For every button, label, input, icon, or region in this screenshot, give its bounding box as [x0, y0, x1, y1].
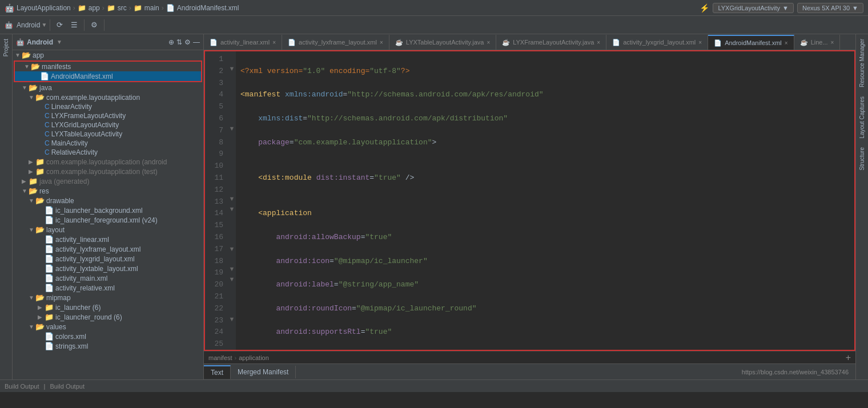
tab-close-lyxframe[interactable]: ×: [380, 39, 383, 46]
tab-close-lyxtable[interactable]: ×: [487, 39, 490, 46]
tab-close-manifest[interactable]: ×: [785, 40, 788, 46]
sync-btn[interactable]: ⟳: [53, 19, 66, 31]
tree-item-pkg-android[interactable]: ▶ 📁 com.example.layoutapplication (andro…: [13, 157, 203, 167]
tree-item-activity-lyxtable[interactable]: 📄 activity_lyxtable_layout.xml: [13, 264, 203, 273]
tree-action-btn4[interactable]: —: [193, 38, 200, 46]
tab-close-lyxgrid[interactable]: ×: [698, 39, 702, 46]
tab-androidmanifest[interactable]: 📄 AndroidManifest.xml ×: [708, 35, 794, 50]
device-selector[interactable]: Nexus 5X API 30 ▼: [797, 3, 863, 13]
run-config-arrow: ▼: [782, 5, 789, 11]
run-config-selector[interactable]: LYXGridLayoutActivity ▼: [713, 3, 794, 13]
layout-captures-strip[interactable]: Layout Captures: [858, 92, 866, 143]
tab-activity-lyxframe[interactable]: 📄 activity_lyxframe_layout.xml ×: [282, 35, 389, 50]
tree-item-activity-lyxgrid[interactable]: 📄 activity_lyxgrid_layout.xml: [13, 254, 203, 264]
settings-btn[interactable]: ⚙: [87, 19, 101, 31]
tree-item-relativeactivity[interactable]: C RelativeActivity: [13, 148, 203, 157]
build-output-label[interactable]: Build Output: [5, 383, 39, 390]
code-content[interactable]: <?xml version="1.0" encoding="utf-8"?> <…: [236, 51, 854, 350]
folder-icon-mipmap: 📂: [35, 293, 45, 302]
tree-item-activity-relative[interactable]: 📄 activity_relative.xml: [13, 283, 203, 293]
left-strip: Project: [0, 34, 13, 379]
tree-item-java[interactable]: ▼ 📂 java: [13, 83, 203, 92]
tab-close-line[interactable]: ×: [831, 39, 834, 46]
tree-item-ic-fg[interactable]: 📄 ic_launcher_foreground.xml (v24): [13, 215, 203, 225]
resource-manager-strip[interactable]: Resource Manager: [858, 34, 866, 92]
tree-item-values[interactable]: ▼ 📂 values: [13, 322, 203, 332]
editor-area: 📄 activity_linear.xml × 📄 activity_lyxfr…: [204, 34, 855, 379]
tree-item-pkg-test[interactable]: ▶ 📁 com.example.layoutapplication (test): [13, 167, 203, 176]
tree-item-androidmanifest[interactable]: 📄 AndroidManifest.xml: [15, 71, 201, 81]
breadcrumb-src: src: [118, 4, 127, 12]
tab-lyxframelayout[interactable]: ☕ LYXFrameLayoutActivity.java ×: [496, 35, 606, 50]
folder-icon-pkg-test: 📁: [35, 167, 45, 176]
java-icon-lyxframe: C: [45, 112, 50, 120]
tree-item-strings[interactable]: 📄 strings.xml: [13, 341, 203, 351]
tree-item-lyxgrid[interactable]: C LYXGridLayoutActivity: [13, 120, 203, 130]
tree-label-colors: colors.xml: [55, 333, 86, 341]
tree-label-ic-fg: ic_launcher_foreground.xml (v24): [55, 216, 158, 224]
tree-item-mipmap[interactable]: ▼ 📂 mipmap: [13, 293, 203, 302]
tree-label-act-main: activity_main.xml: [55, 274, 107, 282]
file-icon-act-lyxframe: 📄: [45, 245, 54, 253]
tree-item-pkg[interactable]: ▼ 📂 com.example.layoutapplication: [13, 92, 203, 102]
line-numbers: 12345 678910 1112131415 1617181920 21222…: [205, 51, 228, 350]
config-btn[interactable]: ☰: [67, 19, 81, 31]
folder-icon-layout: 📂: [35, 225, 45, 234]
code-editor[interactable]: 12345 678910 1112131415 1617181920 21222…: [204, 50, 855, 351]
tab-activity-lyxgrid[interactable]: 📄 activity_lyxgrid_layout.xml ×: [606, 35, 708, 50]
tree-item-activity-linear[interactable]: 📄 activity_linear.xml: [13, 235, 203, 244]
tab-lyxtablelayout[interactable]: ☕ LYXTableLayoutActivity.java ×: [389, 35, 496, 50]
tree-header-arrow[interactable]: ▼: [57, 39, 62, 45]
breadcrumb-add[interactable]: +: [846, 353, 851, 363]
tree-item-java-generated[interactable]: ▶ 📁 java (generated): [13, 176, 203, 186]
java-icon-lyxgrid: C: [45, 121, 50, 129]
breadcrumb-file-icon: 📄: [166, 4, 175, 12]
bottom-tab-text[interactable]: Text: [204, 365, 231, 379]
bottom-tabs: Text Merged Manifest https://blog.csdn.n…: [204, 363, 855, 379]
tree-action-btn3[interactable]: ⚙: [184, 38, 191, 46]
tree-item-lyxtable[interactable]: C LYXTableLayoutActivity: [13, 130, 203, 139]
tree-item-ic-bg[interactable]: 📄 ic_launcher_background.xml: [13, 205, 203, 215]
tree-item-app[interactable]: ▼ 📂 app: [13, 50, 203, 60]
tree-item-colors[interactable]: 📄 colors.xml: [13, 332, 203, 341]
tree-item-activity-main[interactable]: 📄 activity_main.xml: [13, 273, 203, 283]
java-icon-linear: C: [45, 103, 50, 111]
tree-label-java: java: [39, 84, 52, 92]
tab-label-manifest: AndroidManifest.xml: [725, 39, 782, 46]
folder-icon-values: 📂: [35, 322, 45, 331]
tree-item-drawable[interactable]: ▼ 📂 drawable: [13, 196, 203, 205]
tree-label-act-lyxtable: activity_lyxtable_layout.xml: [55, 265, 138, 273]
tree-item-ic-launcher-round[interactable]: ▶ 📁 ic_launcher_round (6): [13, 312, 203, 322]
tab-icon-manifest: 📄: [714, 39, 722, 47]
tab-close-lyxframe-java[interactable]: ×: [597, 39, 600, 46]
project-strip-label[interactable]: Project: [2, 34, 10, 61]
breadcrumb-folder-icon: 📁: [78, 4, 86, 12]
tree-item-layout[interactable]: ▼ 📂 layout: [13, 225, 203, 235]
tree-item-manifests[interactable]: ▼ 📂 manifests: [15, 62, 201, 71]
tree-item-lyxframe[interactable]: C LYXFrameLayoutActivity: [13, 111, 203, 120]
tree-item-linearactivity[interactable]: C LinearActivity: [13, 102, 203, 111]
breadcrumb-application: application: [239, 354, 269, 361]
tab-activity-linear[interactable]: 📄 activity_linear.xml ×: [204, 35, 282, 50]
title-bar-right: ⚡ LYXGridLayoutActivity ▼ Nexus 5X API 3…: [700, 3, 863, 13]
tree-item-activity-lyxframe[interactable]: 📄 activity_lyxframe_layout.xml: [13, 244, 203, 254]
tree-item-ic-launcher[interactable]: ▶ 📁 ic_launcher (6): [13, 302, 203, 312]
tab-label-lyxframe: activity_lyxframe_layout.xml: [299, 39, 377, 46]
tree-item-mainactivity[interactable]: C MainActivity: [13, 139, 203, 148]
tab-close-linear[interactable]: ×: [272, 39, 276, 46]
tree-action-btn1[interactable]: ⊕: [168, 38, 174, 46]
tab-line[interactable]: ☕ Line... ×: [794, 35, 841, 50]
sep2: [84, 19, 85, 31]
breadcrumb-manifest: manifest: [208, 354, 232, 361]
run-config-label: LYXGridLayoutActivity: [718, 5, 780, 11]
bottom-tab-merged[interactable]: Merged Manifest: [231, 366, 296, 378]
manifests-group: ▼ 📂 manifests 📄 AndroidManifest.xml: [14, 60, 202, 82]
android-tree-icon: 🤖: [16, 38, 25, 46]
tree-label-pkg-android: com.example.layoutapplication (android: [46, 158, 167, 166]
java-icon-relative: C: [45, 148, 50, 156]
device-arrow: ▼: [852, 5, 858, 11]
tree-action-btn2[interactable]: ⇅: [176, 38, 182, 46]
android-arrow[interactable]: ▼: [41, 22, 47, 28]
tree-item-res[interactable]: ▼ 📂 res: [13, 186, 203, 196]
structure-strip[interactable]: Structure: [858, 143, 866, 175]
